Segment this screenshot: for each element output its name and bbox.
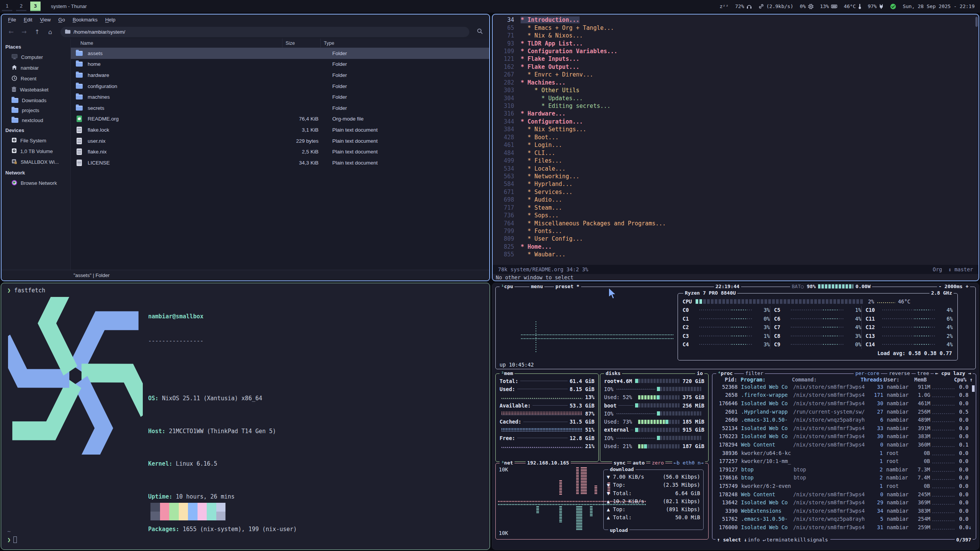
menu-file[interactable]: File (5, 16, 20, 24)
info-action[interactable]: info ↵ (748, 537, 766, 543)
org-outline-line[interactable]: 563 * Networking... (493, 173, 978, 180)
process-row[interactable]: 175749 kworker/6:2-even 1 root 0B 0.0 (712, 482, 976, 490)
sidebar-item-smallbox[interactable]: SMALLBOX Wi... (2, 156, 70, 168)
org-outline-line[interactable]: 71 * Nix & Nixos... (493, 32, 978, 39)
select-action[interactable]: ↑ select ↓ (717, 537, 747, 543)
modeline-git-branch[interactable]: ↕ master (948, 266, 973, 272)
file-row[interactable]: hardware Folder (71, 70, 489, 81)
process-row[interactable]: 52134 Isolated Web Co /nix/store/sm8fmrf… (712, 424, 976, 432)
org-outline-line[interactable]: 584 * Hyprland... (493, 180, 978, 188)
org-outline-line[interactable]: 93 * TLDR App List... (493, 39, 978, 47)
idle-inhibitor[interactable]: zᶻᶻ (720, 3, 728, 9)
process-row[interactable]: 179127 btop btop 2 nambiar 7.3M 0.0 (712, 465, 976, 474)
org-outline-line[interactable]: 109 * Configuration Variables... (493, 47, 978, 55)
process-row[interactable]: 51762 .emacs-31.0.50- /nix/store/wnqz5pa… (712, 515, 976, 523)
process-row[interactable]: 52368 Isolated Web Co /nix/store/sm8fmrf… (712, 383, 976, 391)
clock-date[interactable]: Sun, 28 Sep 2025 - 22:19 (903, 3, 975, 9)
emacs-scrollbar[interactable] (975, 17, 978, 27)
org-outline-line[interactable]: 499 * Files... (493, 157, 978, 165)
sidebar-item-projects[interactable]: projects (2, 105, 70, 115)
menu-help[interactable]: Help (102, 16, 119, 24)
net-box-title[interactable]: ³net (500, 460, 514, 466)
preset-button[interactable]: preset * (554, 284, 581, 289)
column-header-name[interactable]: Name (71, 39, 283, 47)
org-outline-line[interactable]: 809 * User Config... (493, 235, 978, 243)
back-button[interactable]: ← (5, 27, 17, 37)
cpu-indicator[interactable]: 0% (800, 3, 813, 9)
file-row[interactable]: flake.lock 3,1 KiB Plain text document (71, 124, 489, 135)
kill-action[interactable]: kill (794, 537, 806, 543)
org-outline-line[interactable]: 316 * Hardware... (493, 110, 978, 117)
process-row[interactable]: 178248 Web Content /nix/store/sm8fmrf3wp… (712, 490, 976, 499)
updates-ok-indicator[interactable] (890, 3, 896, 10)
process-row[interactable]: 177257 kworker/10:1-mm_ 1 root 0B 0.0 (712, 457, 976, 465)
org-outline-line[interactable]: 428 * Boot... (493, 134, 978, 141)
menu-view[interactable]: View (36, 16, 54, 24)
proc-reverse-toggle[interactable]: reverse (887, 370, 911, 376)
org-outline-line[interactable]: 461 * Login... (493, 141, 978, 149)
proc-box-title[interactable]: ⁴proc (716, 370, 734, 376)
mem-box-title[interactable]: ²mem (500, 370, 514, 376)
org-outline-line[interactable]: 671 * Services... (493, 188, 978, 196)
memory-indicator[interactable]: 13% (820, 3, 837, 9)
menu-edit[interactable]: Edit (20, 16, 36, 24)
org-outline-line[interactable]: 65 * Emacs + Org + Tangle... (493, 24, 978, 31)
org-outline-line[interactable]: 162 * Flake Output... (493, 63, 978, 71)
column-header-size[interactable]: Size (283, 39, 321, 47)
proc-filter-button[interactable]: filter (744, 370, 765, 376)
process-row[interactable]: 176223 Isolated Web Co /nix/store/sm8fmr… (712, 432, 976, 441)
sidebar-item-downloads[interactable]: Downloads (2, 95, 70, 105)
org-outline-line[interactable]: 384 * Nix Settings... (493, 126, 978, 133)
file-row[interactable]: home Folder (71, 59, 489, 70)
process-row[interactable]: 178616 btop btop 2 nambiar 7.4M 0.0 (712, 474, 976, 482)
terminal-window[interactable]: ❯ fastfetch nambiar@smallbox -----------… (1, 283, 490, 550)
proc-sort-selector[interactable]: ← cpu lazy → (934, 370, 973, 376)
org-outline-line[interactable]: 855 * Waubar... (493, 251, 978, 258)
file-row[interactable]: LICENSE 34,3 KiB Plain text document (71, 157, 489, 168)
org-outline-line[interactable]: 267 * Envrc + Direnv... (493, 71, 978, 78)
process-row[interactable]: 176646 Isolated Web Co /nix/store/sm8fmr… (712, 399, 976, 408)
temperature-indicator[interactable]: 46°C (844, 3, 861, 9)
org-outline-line[interactable]: 121 * Flake Inputs... (493, 55, 978, 63)
modeline-major-mode[interactable]: Org (933, 266, 942, 272)
disks-io-toggle[interactable]: io (695, 370, 704, 376)
process-row[interactable]: 38936 kworker/u64:6-kc 1 root 0B 0.0 (712, 449, 976, 457)
battery-indicator[interactable]: 97% (868, 3, 884, 9)
forward-button[interactable]: → (18, 27, 30, 37)
org-outline-line[interactable]: 34 * Introduction... (493, 16, 978, 24)
org-outline-line[interactable]: 534 * Locale... (493, 165, 978, 172)
workspace-3-active[interactable]: 3 (30, 2, 41, 11)
process-row[interactable]: 2658 .firefox-wrappe /nix/store/sm8fmrf3… (712, 391, 976, 399)
proc-percore-toggle[interactable]: per-core (854, 370, 881, 376)
emacs-minibuffer[interactable]: No other window to select (493, 274, 978, 281)
sidebar-item-browse-network[interactable]: Browse Network (2, 178, 70, 189)
search-button[interactable] (474, 26, 485, 37)
disks-box-title[interactable]: disks (604, 370, 622, 376)
org-outline-line[interactable]: 310 * Editing secrets... (493, 102, 978, 110)
file-row[interactable]: secrets Folder (71, 103, 489, 114)
file-row[interactable]: user.nix 229 bytes Plain text document (71, 135, 489, 147)
sidebar-item-volume[interactable]: 1,0 TB Volume (2, 146, 70, 156)
sidebar-item-filesystem[interactable]: File System (2, 135, 70, 146)
file-row[interactable]: machines Folder (71, 91, 489, 103)
file-row[interactable]: configuration Folder (71, 81, 489, 92)
sidebar-item-recent[interactable]: Recent (2, 73, 70, 84)
shell-prompt[interactable]: ❯ (7, 536, 17, 543)
menu-button[interactable]: menu (529, 284, 544, 289)
org-outline-line[interactable]: 282 * Machines... (493, 79, 978, 86)
sidebar-item-home[interactable]: nambiar (2, 62, 70, 73)
org-outline-line[interactable]: 736 * Sops... (493, 212, 978, 219)
workspace-1[interactable]: 1 (2, 2, 12, 11)
proc-tree-toggle[interactable]: tree (916, 370, 931, 376)
volume-indicator[interactable]: 72% (735, 3, 751, 9)
process-row[interactable]: 176000 Isolated Web Co /nix/store/sm8fmr… (712, 523, 976, 531)
menu-bookmarks[interactable]: Bookmarks (69, 16, 101, 24)
file-row[interactable]: README.org 76,4 KiB Org-mode file (71, 114, 489, 125)
org-outline-line[interactable]: 764 * Miscellaneous Packages and Program… (493, 219, 978, 227)
cpu-box-title[interactable]: ¹cpu (500, 284, 514, 289)
column-header-type[interactable]: Type (321, 39, 489, 47)
workspace-2[interactable]: 2 (16, 2, 26, 11)
process-row[interactable]: 2660 .emacs-31.0.50- /nix/store/wnqz5pa8… (712, 416, 976, 424)
org-outline-line[interactable]: 717 * Steam... (493, 204, 978, 212)
org-outline-line[interactable]: 698 * Audio... (493, 196, 978, 204)
